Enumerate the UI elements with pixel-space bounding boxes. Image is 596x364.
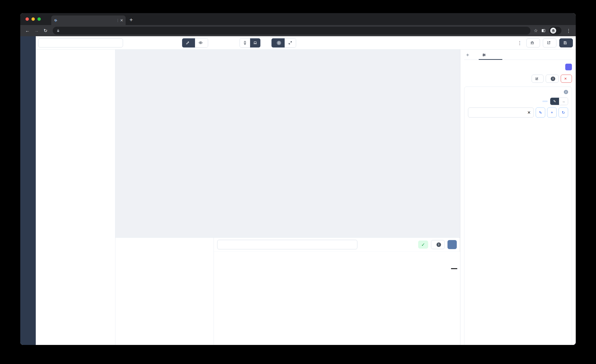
pencil-square-icon [535, 77, 538, 81]
connect-mode-button[interactable]: → [559, 98, 568, 105]
panel-tabs [464, 50, 572, 60]
static-mode-button[interactable]: ✎ [550, 98, 559, 105]
close-tab-icon[interactable]: ✕ [120, 18, 123, 23]
back-icon[interactable]: ← [24, 28, 31, 33]
runnable-badge [565, 64, 572, 70]
preview-mode-button[interactable] [195, 38, 208, 47]
app-canvas[interactable] [115, 50, 460, 238]
panel-toggle: i [271, 38, 296, 48]
outputs-toggle-button[interactable]: i [272, 38, 285, 47]
save-button[interactable] [559, 38, 573, 47]
app-toolbar: i ⋮ [36, 36, 576, 50]
desktop-view-button[interactable] [250, 38, 260, 47]
info-icon: i [551, 76, 555, 81]
lint-ok-icon: ✓ [418, 240, 428, 249]
editor-header: ✓ i [214, 238, 460, 252]
fullscreen-button[interactable] [285, 38, 296, 47]
address-bar[interactable] [53, 27, 530, 35]
more-menu-icon[interactable]: ⋮ [516, 40, 523, 46]
pencil-icon [186, 41, 190, 45]
reload-icon[interactable]: ↻ [42, 28, 49, 33]
add-resource-button[interactable]: + [547, 108, 557, 118]
sliders-icon [482, 53, 486, 57]
type-badge [542, 101, 548, 102]
format-button[interactable]: i [431, 240, 445, 249]
edit-runnable-button[interactable] [532, 74, 544, 83]
input-mode-toggle: ✎ → [550, 97, 568, 105]
left-icon-rail [20, 36, 36, 345]
eye-icon [199, 41, 203, 45]
outputs-panel [36, 50, 115, 345]
browser-window: | ✕ + ← → ↻ ☆ ⋮ [20, 13, 576, 345]
settings-panel: i ✕ i [460, 50, 576, 345]
outputs-title [36, 50, 115, 55]
scripts-panel [115, 238, 214, 345]
new-tab-icon[interactable]: + [129, 16, 133, 23]
incognito-icon [550, 28, 556, 34]
info-icon: i [437, 242, 441, 247]
bug-icon [530, 41, 534, 45]
browser-tab[interactable]: | ✕ [51, 15, 126, 25]
debug-runs-button[interactable] [526, 38, 540, 47]
info-icon: i [277, 41, 281, 45]
editor-mode-button[interactable] [182, 38, 195, 47]
outputs-list [36, 55, 115, 345]
browser-menu-icon[interactable]: ⋮ [565, 28, 572, 34]
editor-scrollbar[interactable] [451, 268, 457, 269]
forward-icon[interactable]: → [33, 28, 40, 33]
code-editor: ✓ i [214, 238, 460, 345]
expand-icon [288, 41, 292, 45]
resource-input[interactable]: ✕ [468, 108, 534, 118]
tab-separator: | [117, 18, 118, 22]
tab-settings[interactable] [482, 53, 488, 59]
code-area[interactable] [214, 252, 460, 345]
publish-button[interactable] [543, 38, 556, 47]
edit-resource-button[interactable]: ✎ [536, 108, 545, 118]
clear-button[interactable]: ✕ [561, 74, 572, 83]
maximize-window-icon[interactable] [37, 17, 41, 21]
mobile-view-button[interactable] [240, 38, 250, 47]
open-full-editor-button[interactable] [447, 240, 457, 249]
bookmark-star-icon[interactable]: ☆ [534, 28, 538, 33]
lock-icon [57, 29, 60, 32]
traffic-lights[interactable] [25, 17, 41, 21]
incognito-badge [549, 27, 561, 35]
save-icon [563, 41, 567, 45]
script-name-input[interactable] [217, 240, 357, 249]
clear-resource-icon[interactable]: ✕ [527, 110, 531, 115]
plus-icon [466, 53, 470, 57]
browser-tab-strip: | ✕ + [20, 13, 576, 25]
app-name-input[interactable] [38, 38, 123, 47]
minimize-window-icon[interactable] [31, 17, 35, 21]
external-link-icon [547, 41, 551, 45]
refresh-resource-button[interactable]: ↻ [559, 108, 568, 118]
phone-icon [243, 41, 247, 45]
mode-toggle [182, 38, 208, 48]
x-icon: ✕ [564, 77, 567, 81]
side-panel-icon[interactable] [541, 28, 546, 33]
browser-url-bar: ← → ↻ ☆ ⋮ [20, 25, 576, 36]
info-icon: i [564, 90, 568, 94]
laptop-icon [253, 41, 257, 45]
device-toggle [240, 38, 261, 48]
detach-button[interactable]: i [546, 74, 559, 83]
close-window-icon[interactable] [25, 17, 29, 21]
tab-insert[interactable] [466, 53, 472, 59]
windmill-favicon-icon [54, 18, 58, 22]
runnable-inputs-card: i ✎ → ✕ [464, 87, 572, 345]
